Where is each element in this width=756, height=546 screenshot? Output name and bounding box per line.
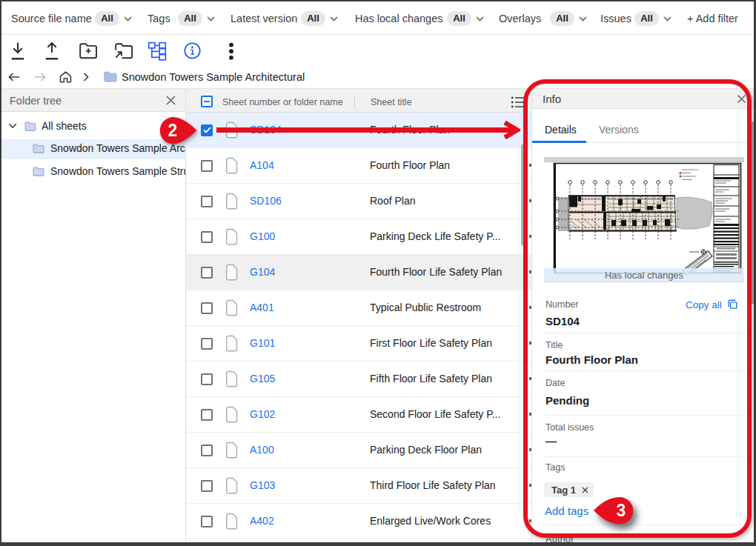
svg-text:2: 2 [168,121,178,140]
svg-text:3: 3 [617,501,626,520]
